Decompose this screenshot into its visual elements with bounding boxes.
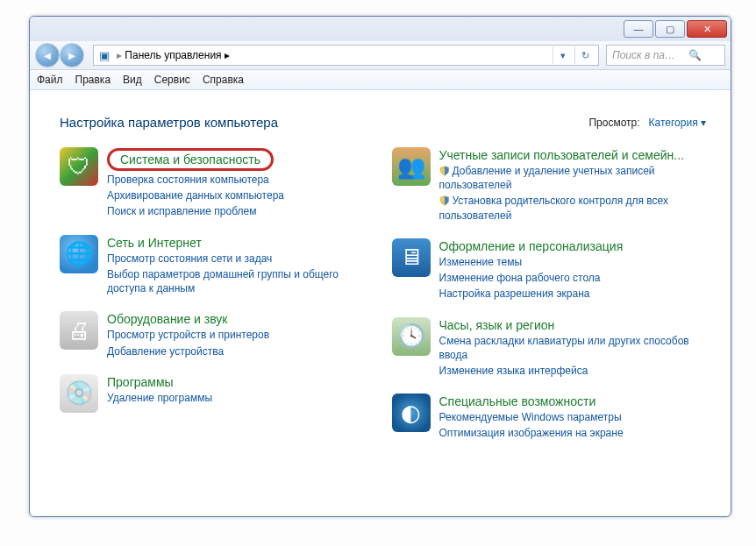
category-icon: 💿 [60,374,98,413]
category-icon: 👥 [392,147,431,186]
category-icon: 🕓 [392,317,431,356]
category-sublink[interactable]: Добавление и удаление учетных записей по… [439,164,707,192]
category-title-link[interactable]: Оформление и персонализация [439,239,624,253]
category-item: ◐Специальные возможностиРекомендуемые Wi… [392,394,707,440]
category-body: Специальные возможностиРекомендуемые Win… [439,394,624,440]
refresh-button[interactable]: ↻ [574,46,595,64]
address-dropdown-button[interactable]: ▾ [553,46,573,64]
category-sublink[interactable]: Поиск и исправление проблем [107,204,284,218]
view-by-label: Просмотр: [588,117,639,129]
menu-bar: Файл Правка Вид Сервис Справка [30,70,731,90]
category-sublink[interactable]: Изменение фона рабочего стола [439,271,624,285]
search-icon: 🔍 [688,48,702,62]
category-title-link[interactable]: Система и безопасность [107,148,284,171]
category-title-link[interactable]: Учетные записи пользователей и семейн... [439,148,707,162]
category-body: ПрограммыУдаление программы [107,374,212,405]
menu-file[interactable]: Файл [37,74,63,86]
category-sublink[interactable]: Добавление устройства [107,344,269,358]
menu-edit[interactable]: Правка [75,74,111,86]
category-body: Оформление и персонализацияИзменение тем… [439,238,624,301]
back-button[interactable]: ◄ [35,43,60,67]
address-bar[interactable]: ▣ ▸ Панель управления ▸ ▾ ↻ [93,45,599,66]
category-icon: 🖨 [60,311,98,350]
category-sublink[interactable]: Просмотр состояния сети и задач [107,252,374,266]
category-sublink[interactable]: Рекомендуемые Windows параметры [439,410,624,424]
category-column-right: 👥Учетные записи пользователей и семейн..… [392,147,707,441]
category-icon: 🌐 [60,235,98,273]
view-by-selector[interactable]: Категория ▾ [649,117,706,129]
category-body: Система и безопасностьПроверка состояния… [107,147,284,219]
titlebar: — ▢ ✕ [30,17,731,41]
breadcrumb[interactable]: ▸ Панель управления ▸ [117,49,230,61]
category-sublink[interactable]: Изменение языка интерфейса [439,364,707,378]
category-sublink[interactable]: Просмотр устройств и принтеров [107,328,269,342]
category-item: 🖨Оборудование и звукПросмотр устройств и… [60,311,374,358]
category-sublink[interactable]: Смена раскладки клавиатуры или других сп… [439,334,707,362]
category-item: 🌐Сеть и ИнтернетПросмотр состояния сети … [60,235,374,296]
category-item: 💿ПрограммыУдаление программы [60,374,374,413]
category-title-link[interactable]: Специальные возможности [439,394,624,408]
view-by-group: Просмотр: Категория ▾ [588,117,706,129]
category-icon: 🖥 [392,238,431,277]
category-sublink[interactable]: Выбор параметров домашней группы и общег… [107,267,374,295]
navigation-bar: ◄ ► ▣ ▸ Панель управления ▸ ▾ ↻ 🔍 [30,41,731,70]
category-icon: ◐ [392,394,431,432]
category-sublink[interactable]: Изменение темы [439,255,624,269]
category-body: Учетные записи пользователей и семейн...… [439,147,707,223]
menu-help[interactable]: Справка [203,74,244,86]
category-item: 🛡Система и безопасностьПроверка состояни… [60,147,374,219]
category-item: 🖥Оформление и персонализацияИзменение те… [392,238,707,301]
search-input[interactable] [610,48,688,62]
category-title-link[interactable]: Программы [107,375,212,389]
close-button[interactable]: ✕ [687,20,727,38]
category-sublink[interactable]: Настройка разрешения экрана [439,287,624,301]
category-body: Сеть и ИнтернетПросмотр состояния сети и… [107,235,374,296]
content-area: Настройка параметров компьютера Просмотр… [30,90,731,517]
category-column-left: 🛡Система и безопасностьПроверка состояни… [60,147,374,441]
category-item: 👥Учетные записи пользователей и семейн..… [392,147,707,223]
category-title-link[interactable]: Оборудование и звук [107,312,269,326]
category-sublink[interactable]: Установка родительского контроля для все… [439,194,707,222]
category-item: 🕓Часы, язык и регионСмена раскладки клав… [392,317,707,379]
menu-tools[interactable]: Сервис [154,74,190,86]
forward-button[interactable]: ► [60,43,84,67]
minimize-button[interactable]: — [624,20,653,38]
control-panel-window: — ▢ ✕ ◄ ► ▣ ▸ Панель управления ▸ ▾ ↻ 🔍 … [29,16,731,517]
category-title-link[interactable]: Часы, язык и регион [439,318,707,332]
category-sublink[interactable]: Удаление программы [107,391,212,405]
category-icon: 🛡 [60,147,98,186]
category-sublink[interactable]: Проверка состояния компьютера [107,173,284,187]
menu-view[interactable]: Вид [123,74,142,86]
category-sublink[interactable]: Архивирование данных компьютера [107,188,284,202]
search-box[interactable]: 🔍 [606,45,725,66]
category-body: Часы, язык и регионСмена раскладки клави… [439,317,707,379]
control-panel-icon: ▣ [97,48,111,62]
page-title: Настройка параметров компьютера [60,115,278,130]
category-title-link[interactable]: Сеть и Интернет [107,236,374,250]
category-sublink[interactable]: Оптимизация изображения на экране [439,426,624,440]
category-body: Оборудование и звукПросмотр устройств и … [107,311,269,358]
maximize-button[interactable]: ▢ [655,20,685,38]
